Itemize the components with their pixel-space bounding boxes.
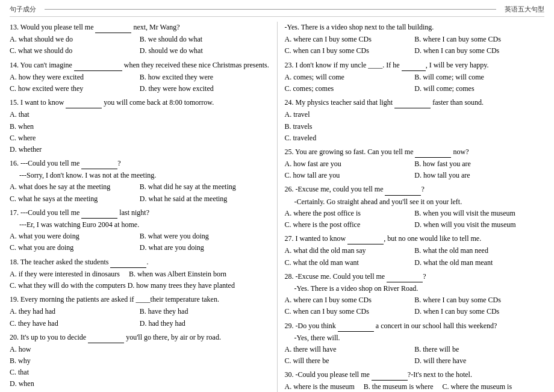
option: B. have they had — [140, 306, 270, 317]
option: C. what they will do with the computers … — [10, 280, 270, 291]
option: A. where can I buy some CDs — [285, 34, 415, 45]
rq-yes1-text: -Yes. There is a video shop next to the … — [285, 22, 545, 33]
question-28: 28. -Excuse me. Could you tell me ? -Yes… — [285, 271, 545, 318]
q15-text: 15. I want to know you will come back at… — [10, 97, 270, 108]
q23-options: A. comes; will come B. will come; will c… — [285, 72, 545, 95]
question-16: 16. ---Could you tell me ? ---Sorry, I d… — [10, 158, 270, 205]
question-23: 23. I don't know if my uncle ____. If he… — [285, 60, 545, 95]
option: B. what did he say at the meeting — [140, 181, 270, 193]
rq-yes1: -Yes. There is a video shop next to the … — [285, 22, 545, 57]
q30-options: A. where is the museum B. the museum is … — [285, 381, 545, 392]
blank — [81, 210, 117, 219]
option: B. travels — [285, 121, 415, 132]
blank — [387, 274, 423, 282]
option: C. where — [10, 132, 140, 144]
q19-options: A. they had had B. have they had C. they… — [10, 306, 270, 329]
option: D. what the old man meant — [414, 257, 544, 269]
option: A. where is the museum B. the museum is … — [285, 381, 545, 392]
blank — [74, 63, 122, 71]
blank — [81, 161, 117, 169]
option: C. they have had — [10, 318, 140, 329]
blank — [110, 260, 146, 268]
option: A. what should we do — [10, 34, 140, 45]
q29-text: 29. -Do you think a concert in our schoo… — [285, 320, 545, 332]
option: C. how tall are you — [285, 170, 415, 181]
blank — [347, 236, 384, 244]
option: D. whether — [10, 144, 140, 155]
option: A. that — [10, 109, 140, 120]
option: D. they were how excited — [140, 83, 270, 95]
q29-options: A. there will have B. there will be C. w… — [285, 344, 545, 367]
option: A. they had had — [10, 306, 140, 317]
q13-options: A. what should we do B. we should do wha… — [10, 34, 270, 57]
question-25: 25. You are growing so fast. Can you tel… — [285, 146, 545, 182]
option: A. how fast are you — [285, 158, 415, 170]
q28-options: A. where can I buy some CDs B. where I c… — [285, 294, 545, 317]
q26-options: A. where the post office is B. when you … — [285, 208, 545, 231]
option: A. travel — [285, 109, 415, 120]
option: D. what he said at the meeting — [140, 193, 270, 205]
option: C. when can I buy some CDs — [285, 306, 415, 317]
q17-dialog: ---Er, I was watching Euro 2004 at home. — [10, 219, 270, 231]
blank — [385, 187, 421, 196]
option: C. when can I buy some CDs — [285, 45, 415, 57]
q26-dialog: -Certainly. Go straight ahead and you'll… — [285, 196, 545, 208]
question-13: 13. Would you please tell me next, Mr Wa… — [10, 22, 270, 57]
option: A. where can I buy some CDs — [285, 294, 415, 306]
option: A. comes; will come — [285, 72, 415, 83]
option: C. comes; comes — [285, 83, 415, 95]
option: D. when I can buy some CDs — [414, 45, 544, 57]
option: A. what does he say at the meeting — [10, 181, 140, 193]
q17-text: 17. ---Could you tell me last night? — [10, 207, 270, 219]
question-29: 29. -Do you think a concert in our schoo… — [285, 320, 545, 367]
option: C. where is the post office — [285, 219, 415, 231]
option: C. what the old man want — [285, 257, 415, 269]
q16-dialog: ---Sorry, I don't know. I was not at the… — [10, 170, 270, 181]
option: A. what you were doing — [10, 231, 140, 242]
option: B. why — [10, 355, 140, 367]
option: B. we should do what — [140, 34, 270, 45]
option: D. will come; comes — [414, 83, 544, 95]
option: A. if they were interested in dinosaurs … — [10, 269, 270, 280]
blank — [394, 100, 431, 108]
option: A. how they were excited — [10, 72, 140, 83]
q17-options: A. what you were doing B. what were you … — [10, 231, 270, 254]
option: C. will there be — [285, 355, 415, 367]
option: D. when I can buy some CDs — [414, 306, 544, 317]
option: C. what we should do — [10, 45, 140, 57]
option: D. what are you doing — [140, 242, 270, 254]
q14-text: 14. You can't imagine when they received… — [10, 60, 270, 71]
q23-text: 23. I don't know if my uncle ____. If he… — [285, 60, 545, 71]
left-column: 13. Would you please tell me next, Mr Wa… — [10, 22, 278, 392]
option: A. where the post office is — [285, 208, 415, 219]
header-divider — [45, 9, 496, 10]
question-14: 14. You can't imagine when they received… — [10, 60, 270, 95]
blank — [415, 149, 451, 158]
question-27: 27. I wanted to know , but no one would … — [285, 233, 545, 269]
blank — [95, 25, 131, 33]
option: A. there will have — [285, 344, 415, 355]
q24-options: A. travel B. travels C. traveled — [285, 109, 545, 144]
option: B. how fast you are — [414, 158, 544, 170]
blank — [338, 323, 374, 332]
option: B. there will be — [414, 344, 544, 355]
q18-text: 18. The teacher asked the students . — [10, 257, 270, 268]
q25-options: A. how fast are you B. how fast you are … — [285, 158, 545, 181]
q18-options: A. if they were interested in dinosaurs … — [10, 269, 270, 291]
question-19: 19. Every morning the patients are asked… — [10, 294, 270, 329]
q24-text: 24. My physics teacher said that light f… — [285, 97, 545, 108]
blank — [66, 100, 102, 108]
q13-text: 13. Would you please tell me next, Mr Wa… — [10, 22, 270, 33]
option: D. when will you visit the museum — [414, 219, 544, 231]
option: C. what he says at the meeting — [10, 193, 140, 205]
page-header: 句子成分 英语五大句型 — [10, 5, 544, 17]
option: A. how — [10, 344, 140, 355]
option: B. how excited they were — [140, 72, 270, 83]
q20-options: A. how B. why C. that D. when — [10, 344, 270, 390]
option: B. when you will visit the museum — [414, 208, 544, 219]
question-24: 24. My physics teacher said that light f… — [285, 97, 545, 144]
question-20: 20. It's up to you to decide you'll go t… — [10, 332, 270, 390]
option: D. will there have — [414, 355, 544, 367]
option: B. where I can buy some CDs — [414, 294, 544, 306]
option: C. how excited were they — [10, 83, 140, 95]
